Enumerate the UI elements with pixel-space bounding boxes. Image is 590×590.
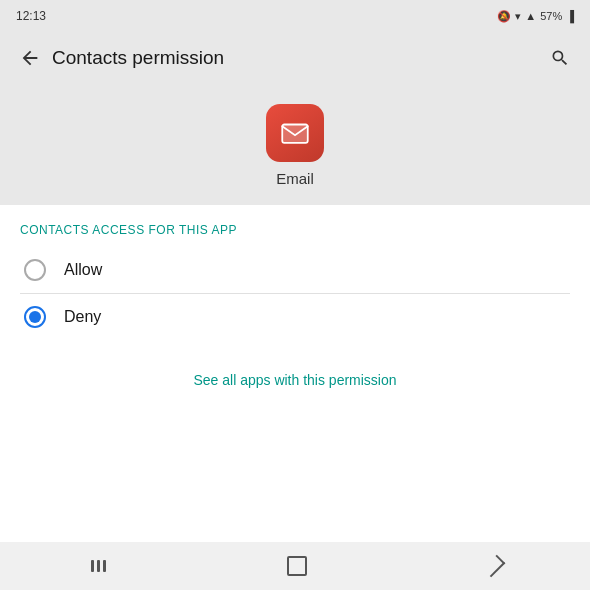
permission-section: CONTACTS ACCESS FOR THIS APP Allow Deny <box>0 205 590 348</box>
recents-button[interactable] <box>71 552 126 580</box>
deny-option[interactable]: Deny <box>20 294 570 340</box>
home-icon <box>287 556 307 576</box>
section-label: CONTACTS ACCESS FOR THIS APP <box>20 223 570 237</box>
search-button[interactable] <box>542 40 578 76</box>
wifi-icon: ▾ <box>515 10 521 23</box>
allow-option[interactable]: Allow <box>20 247 570 293</box>
battery-level: 57% <box>540 10 562 22</box>
bottom-nav <box>0 542 590 590</box>
battery-icon: ▐ <box>566 10 574 22</box>
app-name: Email <box>276 170 314 187</box>
phone-screen: 12:13 🔕 ▾ ▲ 57% ▐ Contacts permission <box>0 0 590 590</box>
status-bar: 12:13 🔕 ▾ ▲ 57% ▐ <box>0 0 590 32</box>
allow-radio[interactable] <box>24 259 46 281</box>
app-icon-section: Email <box>0 84 590 205</box>
back-nav-icon <box>482 555 505 578</box>
nav-bar: Contacts permission <box>0 32 590 84</box>
app-icon <box>266 104 324 162</box>
mute-icon: 🔕 <box>497 10 511 23</box>
signal-icon: ▲ <box>525 10 536 22</box>
deny-label: Deny <box>64 308 101 326</box>
svg-rect-0 <box>282 125 308 143</box>
status-time: 12:13 <box>16 9 46 23</box>
content-area: CONTACTS ACCESS FOR THIS APP Allow Deny … <box>0 205 590 542</box>
page-title: Contacts permission <box>52 47 542 69</box>
see-all-apps-link[interactable]: See all apps with this permission <box>0 352 590 408</box>
allow-label: Allow <box>64 261 102 279</box>
deny-radio[interactable] <box>24 306 46 328</box>
back-button[interactable] <box>12 40 48 76</box>
back-nav-button[interactable] <box>468 548 520 584</box>
radio-selected-indicator <box>29 311 41 323</box>
status-icons: 🔕 ▾ ▲ 57% ▐ <box>497 10 574 23</box>
recents-icon <box>91 560 106 572</box>
home-button[interactable] <box>267 548 327 584</box>
